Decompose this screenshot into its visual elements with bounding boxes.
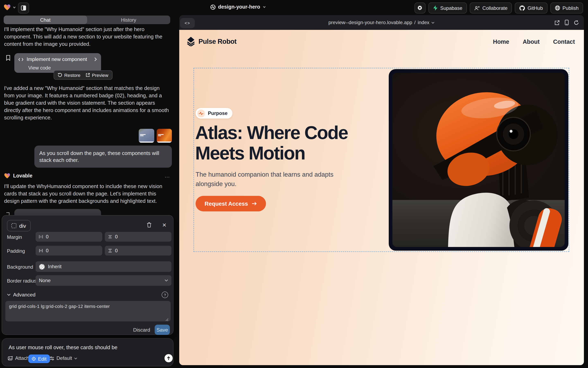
supabase-button[interactable]: Supabase	[428, 2, 467, 13]
save-button[interactable]: Save	[155, 325, 170, 335]
github-button[interactable]: GitHub	[515, 2, 548, 13]
purpose-badge: Purpose	[196, 108, 232, 119]
globe-icon	[555, 5, 560, 11]
refresh-button[interactable]	[574, 20, 579, 25]
preview-url-bar[interactable]: preview--design-your-hero.lovable.app / …	[179, 20, 584, 25]
assistant-message-2: I've added a new "Why Humanoid" section …	[4, 85, 170, 121]
robot-image	[392, 73, 565, 247]
background-field[interactable]: Inherit	[36, 261, 171, 272]
nav-link-home[interactable]: Home	[493, 38, 509, 45]
project-name: design-your-hero	[218, 4, 260, 10]
background-label: Background	[7, 264, 33, 270]
attachment-thumbnail-orange[interactable]	[157, 129, 172, 143]
chat-history-tabs: Chat History	[4, 16, 170, 24]
transparency-swatch-icon	[39, 264, 45, 270]
mobile-view-button[interactable]	[565, 20, 569, 25]
user-message-bubble: As you scroll down the page, these compo…	[34, 146, 172, 168]
chevron-down-icon	[74, 357, 77, 359]
project-switcher[interactable]: design-your-hero	[210, 4, 266, 10]
request-access-button[interactable]: Request Access	[196, 196, 266, 212]
target-icon	[31, 357, 36, 361]
edit-mode-button[interactable]: Edit	[28, 355, 50, 363]
preview-panel: <> preview--design-your-hero.lovable.app…	[179, 15, 584, 365]
gear-icon	[417, 5, 423, 11]
margin-label: Margin	[7, 234, 22, 240]
margin-x-field[interactable]: 0	[36, 232, 102, 242]
app-window: design-your-hero Supabase	[0, 0, 588, 368]
arrow-up-icon	[167, 356, 171, 360]
open-in-new-tab-button[interactable]	[554, 20, 560, 25]
margin-x-icon	[39, 235, 43, 239]
people-icon	[474, 6, 480, 10]
advanced-section-toggle[interactable]: Advanced	[7, 292, 35, 298]
padding-label: Padding	[7, 248, 25, 254]
chat-composer[interactable]: As user mouse roll over, these cards sho…	[2, 338, 173, 366]
padding-x-icon	[39, 248, 43, 253]
sidebar-toggle-button[interactable]	[18, 2, 29, 13]
chevron-down-icon[interactable]	[13, 6, 16, 9]
send-button[interactable]	[164, 354, 173, 362]
preview-button[interactable]: Preview	[85, 73, 108, 77]
code-icon	[19, 57, 23, 61]
pulse-icon	[197, 109, 205, 117]
message-menu-button[interactable]: …	[164, 173, 170, 179]
attachment-thumbnail-blue[interactable]	[139, 129, 154, 143]
supabase-icon	[433, 5, 438, 11]
site-brand: Pulse Robot	[199, 38, 237, 45]
arrow-right-icon	[252, 202, 257, 206]
mode-select[interactable]: Default	[49, 355, 77, 361]
assistant-message-1: I'll implement the "Why Humanoid" sectio…	[4, 26, 170, 48]
margin-y-field[interactable]: 0	[105, 232, 171, 242]
sliders-icon	[49, 356, 54, 360]
element-tag: div	[19, 223, 26, 229]
assistant-header: Lovable …	[4, 173, 170, 179]
selected-element-chip[interactable]: div	[7, 220, 30, 231]
publish-button[interactable]: Publish	[550, 2, 583, 13]
restore-icon	[58, 73, 62, 77]
composer-input[interactable]: As user mouse roll over, these cards sho…	[9, 344, 117, 350]
tab-history[interactable]: History	[87, 16, 170, 24]
chevron-down-icon	[7, 294, 11, 296]
tailwind-classes-input[interactable]: grid grid-cols-1 lg:grid-cols-2 gap-12 i…	[5, 301, 171, 321]
nav-link-contact[interactable]: Contact	[553, 38, 575, 45]
preview-page: index	[417, 20, 429, 25]
attach-image-icon	[8, 356, 13, 361]
discard-button[interactable]: Discard	[133, 327, 150, 333]
chevron-down-icon	[263, 5, 266, 9]
dashed-box-icon	[11, 223, 16, 228]
url-separator: /	[414, 20, 416, 25]
padding-y-field[interactable]: 0	[105, 246, 171, 256]
lovable-heart-icon	[4, 173, 10, 178]
attach-button[interactable]: Attach	[8, 355, 29, 361]
component-card-title: Implement new component	[27, 56, 91, 62]
collaborate-button[interactable]: Collaborate	[470, 2, 512, 13]
panel-icon	[21, 5, 26, 11]
assistant-name: Lovable	[13, 173, 33, 178]
site-logo[interactable]: Pulse Robot	[187, 37, 237, 46]
border-radius-label: Border radius	[7, 278, 37, 284]
component-card-partial[interactable]	[14, 209, 101, 216]
restore-button[interactable]: Restore	[58, 73, 80, 77]
purpose-badge-label: Purpose	[208, 110, 228, 116]
lovable-logo-icon[interactable]	[4, 4, 11, 11]
padding-x-field[interactable]: 0	[36, 246, 102, 256]
help-icon[interactable]: ?	[162, 292, 168, 298]
view-code-link[interactable]: View code	[28, 65, 97, 71]
hero-robot-card	[389, 69, 568, 251]
external-link-icon	[85, 73, 90, 77]
preview-viewport: Pulse Robot Home About Contact Purpose A…	[179, 30, 584, 365]
github-icon	[520, 5, 525, 11]
project-globe-icon	[210, 4, 216, 9]
component-card[interactable]: Implement new component View code	[14, 53, 101, 73]
delete-element-button[interactable]	[146, 222, 152, 228]
nav-link-about[interactable]: About	[523, 38, 540, 45]
border-radius-select[interactable]: None	[36, 275, 171, 286]
hero-subheading: The humanoid companion that learns and a…	[196, 170, 355, 188]
tab-chat[interactable]: Chat	[4, 16, 87, 24]
bookmark-icon[interactable]	[6, 55, 11, 61]
settings-button[interactable]	[415, 2, 426, 13]
assistant-message-3: I'll update the WhyHumanoid component to…	[4, 183, 170, 205]
margin-y-icon	[108, 235, 112, 239]
close-inspector-button[interactable]: ✕	[162, 222, 167, 228]
site-nav: Home About Contact	[493, 38, 575, 45]
